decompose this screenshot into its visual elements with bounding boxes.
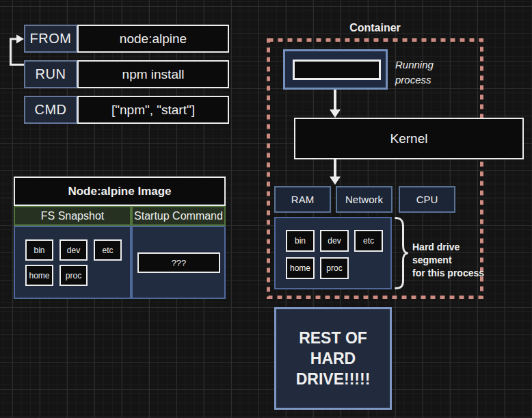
hard-drive-segment-caption: Hard drive segment for this process	[412, 241, 501, 280]
dockerfile-instruction-cmd: CMD	[24, 96, 77, 124]
hard-drive-caption-line1: Hard drive segment	[412, 241, 501, 267]
fs-snapshot-column-header: FS Snapshot	[14, 206, 131, 226]
resource-ram: RAM	[274, 186, 331, 213]
dockerfile-argument-cmd: ["npm", "start"]	[77, 96, 229, 124]
image-table-title: Node:alpine Image	[14, 177, 226, 206]
dockerfile-instruction-run: RUN	[24, 60, 77, 88]
fs-folder-etc: etc	[94, 239, 122, 261]
container-title: Container	[267, 22, 483, 34]
kernel-box: Kernel	[294, 118, 524, 159]
hd-folder-etc: etc	[354, 230, 383, 252]
rest-line2: HARD	[310, 348, 356, 369]
fs-folder-home: home	[25, 265, 53, 286]
running-process-label: Running process	[395, 57, 457, 88]
startup-command-cell: ???	[131, 226, 226, 299]
dockerfile-instruction-from: FROM	[24, 25, 77, 53]
hd-folder-proc: proc	[320, 257, 349, 279]
loop-arrow	[11, 35, 25, 65]
hd-folder-bin: bin	[286, 230, 315, 252]
fs-folder-proc: proc	[59, 265, 88, 286]
docker-container-diagram: { "dockerfile": { "rows": [ { "instructi…	[0, 0, 532, 418]
hd-folder-home: home	[286, 257, 315, 279]
rest-line1: REST OF	[299, 328, 367, 348]
rest-of-hard-drive-box: REST OF HARD DRIVE!!!!!	[274, 307, 392, 410]
fs-folder-dev: dev	[59, 239, 88, 261]
rest-line3: DRIVE!!!!!	[296, 369, 371, 389]
startup-command-value: ???	[137, 252, 220, 273]
process-to-kernel-arrow	[330, 90, 341, 118]
running-process-box	[283, 49, 388, 90]
dockerfile-argument-run: npm install	[77, 60, 229, 88]
hard-drive-segment-box: bin dev etc home proc	[274, 217, 392, 289]
fs-folder-bin: bin	[25, 239, 53, 261]
startup-command-column-header: Startup Command	[131, 206, 226, 226]
hard-drive-caption-line2: for this process	[412, 267, 501, 280]
resource-cpu: CPU	[399, 186, 455, 213]
curly-brace-icon	[395, 218, 408, 289]
dockerfile-argument-from: node:alpine	[77, 25, 229, 53]
running-process-inner-box	[293, 60, 381, 80]
resource-network: Network	[336, 186, 393, 213]
hd-folder-dev: dev	[320, 230, 349, 252]
fs-snapshot-cell: bin dev etc home proc	[14, 226, 131, 299]
kernel-to-resources-arrow	[330, 159, 341, 185]
